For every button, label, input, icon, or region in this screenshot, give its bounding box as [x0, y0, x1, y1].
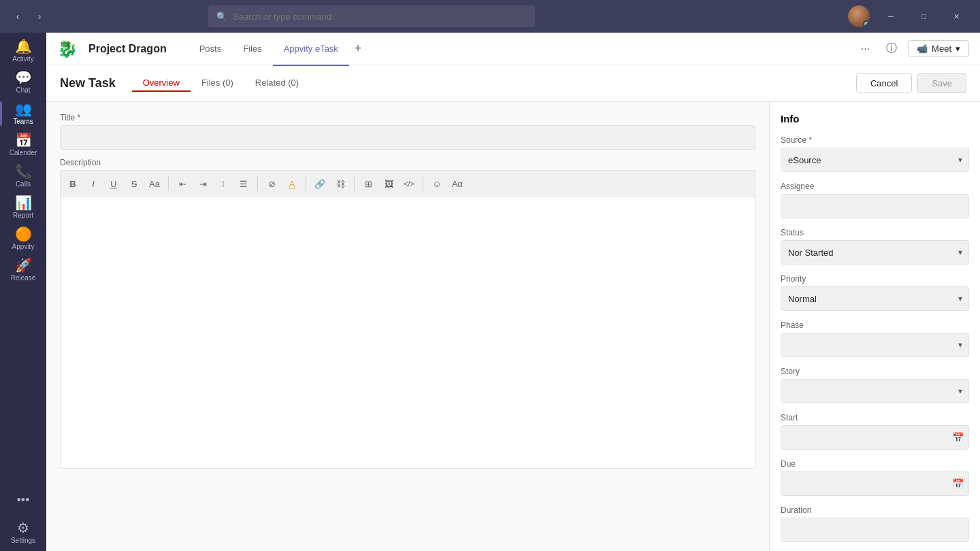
- sidebar-item-calls[interactable]: 📞 Calls: [0, 161, 46, 192]
- search-icon: 🔍: [216, 12, 227, 22]
- report-icon: 📊: [15, 196, 32, 210]
- search-input[interactable]: [233, 12, 527, 22]
- tab-files[interactable]: Files: [232, 33, 272, 66]
- sidebar-item-label: Appvity: [12, 243, 35, 250]
- more-link-button[interactable]: ⛓: [331, 175, 350, 193]
- source-select-wrapper: eSource Jira Azure DevOps: [781, 148, 969, 172]
- toolbar-sep-1: [168, 176, 169, 191]
- description-area[interactable]: [60, 197, 755, 469]
- due-date-input[interactable]: [781, 471, 969, 496]
- task-header: New Task Overview Files (0) Related (0) …: [46, 65, 980, 102]
- source-select[interactable]: eSource Jira Azure DevOps: [781, 148, 969, 172]
- sidebar-item-label: Settings: [11, 537, 35, 544]
- sidebar-item-report[interactable]: 📊 Report: [0, 192, 46, 223]
- italic-button[interactable]: I: [84, 175, 103, 193]
- close-button[interactable]: ✕: [941, 5, 972, 27]
- tab-task-files[interactable]: Files (0): [191, 75, 244, 92]
- sidebar-item-settings[interactable]: ⚙ Settings: [11, 517, 35, 548]
- status-select[interactable]: Nor Started In Progress Done Cancelled: [781, 240, 969, 265]
- clear-format-button[interactable]: ⊘: [262, 175, 281, 193]
- image-button[interactable]: 🖼: [379, 175, 398, 193]
- underline-button[interactable]: U: [104, 175, 123, 193]
- task-form: Title * Description B I U S Aa ⇤ ⇥ ⁝ ☰: [46, 102, 769, 551]
- nav-back-button[interactable]: ‹: [8, 7, 27, 26]
- duration-label: Duration: [781, 505, 969, 515]
- task-header-actions: Cancel Save: [856, 73, 966, 93]
- tab-appvity-etask[interactable]: Appvity eTask: [273, 33, 349, 66]
- align-left-button[interactable]: ⇤: [173, 175, 192, 193]
- emoji-button[interactable]: ☺: [427, 175, 446, 193]
- nav-forward-button[interactable]: ›: [30, 7, 49, 26]
- topbar-right: ─ □ ✕: [848, 5, 972, 27]
- duration-field: Duration: [781, 505, 969, 542]
- sidebar-item-release[interactable]: 🚀 Release: [0, 254, 46, 286]
- align-right-button[interactable]: ⇥: [193, 175, 212, 193]
- meet-button[interactable]: 📹 Meet ▾: [908, 40, 969, 57]
- tab-overview[interactable]: Overview: [132, 75, 191, 92]
- settings-icon: ⚙: [17, 521, 29, 535]
- toolbar-sep-4: [354, 176, 355, 191]
- toolbar-sep-2: [257, 176, 258, 191]
- sidebar-item-label: Activity: [12, 55, 34, 63]
- minimize-button[interactable]: ─: [875, 5, 906, 27]
- story-select[interactable]: [781, 379, 969, 403]
- duration-input[interactable]: [781, 518, 969, 542]
- start-date-input[interactable]: [781, 425, 969, 450]
- sidebar-item-more[interactable]: •••: [11, 484, 35, 517]
- info-panel-title: Info: [781, 113, 969, 124]
- channel-tabs: Posts Files Appvity eTask +: [189, 33, 368, 65]
- table-button[interactable]: ⊞: [359, 175, 378, 193]
- code-button[interactable]: </>: [399, 175, 419, 193]
- task-body: Title * Description B I U S Aa ⇤ ⇥ ⁝ ☰: [46, 102, 980, 551]
- highlight-button[interactable]: A: [282, 175, 301, 193]
- avatar[interactable]: [848, 5, 870, 27]
- toolbar-sep-5: [423, 176, 423, 191]
- assignee-input[interactable]: [781, 194, 969, 218]
- story-field: Story: [781, 367, 969, 403]
- tab-posts[interactable]: Posts: [189, 33, 233, 66]
- sidebar-item-label: Calls: [16, 180, 31, 188]
- status-dot: [863, 20, 870, 27]
- strikethrough-button[interactable]: S: [125, 175, 144, 193]
- priority-select[interactable]: Normal Low High Critical: [781, 286, 969, 311]
- priority-field: Priority Normal Low High Critical: [781, 274, 969, 311]
- more-options-button[interactable]: ···: [855, 40, 875, 58]
- tab-related[interactable]: Related (0): [244, 75, 310, 92]
- channel-logo: 🐉: [57, 39, 78, 59]
- meet-label: Meet: [932, 44, 951, 54]
- start-label: Start: [781, 413, 969, 422]
- cancel-button[interactable]: Cancel: [856, 73, 912, 93]
- link-button[interactable]: 🔗: [310, 175, 329, 193]
- topbar-nav: ‹ ›: [8, 7, 49, 26]
- bullet-list-button[interactable]: ⁝: [214, 175, 233, 193]
- status-field: Status Nor Started In Progress Done Canc…: [781, 228, 969, 265]
- search-bar[interactable]: 🔍: [208, 5, 535, 27]
- due-label: Due: [781, 459, 969, 469]
- info-panel: Info Source * eSource Jira Azure DevOps: [769, 102, 980, 551]
- add-tab-button[interactable]: +: [349, 33, 368, 65]
- more-icon: •••: [17, 488, 30, 513]
- teams-icon: 👥: [15, 102, 32, 116]
- fontsize-button[interactable]: Aa: [145, 175, 164, 193]
- maximize-button[interactable]: □: [908, 5, 939, 27]
- task-title: New Task: [60, 76, 116, 90]
- sidebar-item-label: Teams: [13, 118, 33, 125]
- sidebar-item-appvity[interactable]: 🟠 Appvity: [0, 223, 46, 254]
- phase-select[interactable]: [781, 333, 969, 357]
- sidebar-item-label: Release: [11, 274, 36, 282]
- title-input[interactable]: [60, 125, 755, 150]
- title-field-label: Title *: [60, 113, 755, 122]
- save-button[interactable]: Save: [917, 73, 966, 93]
- sidebar-item-chat[interactable]: 💬 Chat: [0, 67, 46, 98]
- editor-toolbar: B I U S Aa ⇤ ⇥ ⁝ ☰ ⊘ A 🔗: [60, 170, 755, 197]
- phase-label: Phase: [781, 320, 969, 330]
- sidebar-item-calendar[interactable]: 📅 Calender: [0, 129, 46, 161]
- chevron-down-icon: ▾: [956, 44, 960, 54]
- sidebar-item-activity[interactable]: 🔔 Activity: [0, 35, 46, 67]
- info-button[interactable]: ⓘ: [881, 39, 902, 59]
- sidebar-item-teams[interactable]: 👥 Teams: [0, 98, 46, 129]
- bold-button[interactable]: B: [63, 175, 82, 193]
- format-button[interactable]: Aα: [448, 175, 467, 193]
- numbered-list-button[interactable]: ☰: [234, 175, 253, 193]
- calendar-icon: 📅: [15, 133, 32, 147]
